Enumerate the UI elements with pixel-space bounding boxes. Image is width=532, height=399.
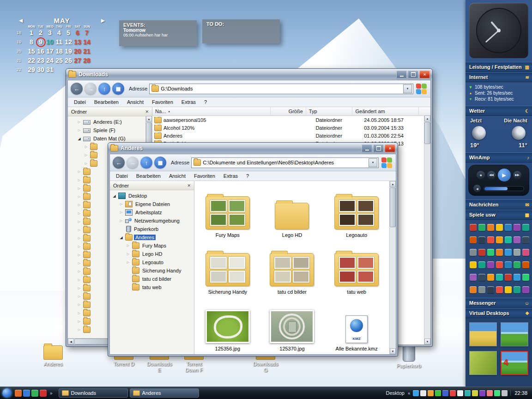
- scrollbar-thumb[interactable]: [390, 187, 396, 227]
- expander-icon[interactable]: ▷: [77, 295, 82, 298]
- game-icon[interactable]: [514, 261, 520, 268]
- menu-ansicht[interactable]: Ansicht: [165, 172, 190, 180]
- next-button[interactable]: ▶▶: [513, 171, 521, 179]
- calendar-day[interactable]: 28: [82, 57, 91, 64]
- game-icon[interactable]: [505, 261, 512, 268]
- menu-bearbeiten[interactable]: Bearbeiten: [90, 98, 123, 106]
- expander-icon[interactable]: ▷: [84, 145, 89, 149]
- tree-item-anderes-e[interactable]: ▷Anderes (E:): [68, 118, 145, 126]
- game-icon[interactable]: [522, 249, 529, 256]
- calendar-day[interactable]: 15: [27, 48, 36, 55]
- expander-icon[interactable]: ◢: [77, 137, 82, 141]
- game-icon[interactable]: [478, 286, 485, 293]
- section-weather[interactable]: Wetter ☾: [466, 106, 532, 116]
- tree-item-legoauto[interactable]: ▷Legoauto: [110, 258, 187, 266]
- window-anderes[interactable]: Anderes ✕ ← → ↑ ▦ Adresse C:\Dokumente u…: [108, 142, 398, 357]
- game-icon[interactable]: [522, 286, 529, 293]
- calendar-day[interactable]: 24: [45, 57, 54, 64]
- calendar-day[interactable]: 7: [82, 29, 91, 36]
- section-performance[interactable]: Leistung / Festplatten ▥: [466, 62, 532, 72]
- calendar-day[interactable]: 16: [36, 48, 45, 55]
- calendar-next-button[interactable]: ▶: [99, 18, 107, 24]
- mute-button[interactable]: ◀): [473, 185, 481, 192]
- column-header-typ[interactable]: Typ: [306, 107, 353, 115]
- menu-item[interactable]: ?: [200, 98, 211, 106]
- calendar-day[interactable]: 11: [54, 38, 64, 46]
- virtual-desktop-thumb[interactable]: 4: [501, 351, 528, 375]
- game-icon[interactable]: [514, 249, 520, 256]
- calendar-day[interactable]: 21: [82, 48, 91, 55]
- back-button[interactable]: ←: [71, 83, 83, 95]
- game-icon[interactable]: [505, 249, 512, 256]
- calendar-day[interactable]: 27: [73, 57, 82, 64]
- tray-icon[interactable]: [465, 390, 471, 396]
- game-icon[interactable]: [505, 224, 512, 231]
- calendar-day[interactable]: 14: [82, 38, 91, 46]
- expander-icon[interactable]: ▷: [119, 202, 124, 206]
- tree-item-desktop[interactable]: ◢Desktop: [110, 192, 187, 200]
- tree-item-lego-hd[interactable]: ▷Lego HD: [110, 250, 187, 258]
- game-icon[interactable]: [470, 236, 477, 243]
- virtual-desktop-thumb[interactable]: [469, 322, 497, 346]
- section-messenger[interactable]: Messenger ☺: [466, 298, 532, 308]
- tray-icon[interactable]: [494, 390, 500, 396]
- views-button[interactable]: ▦: [112, 83, 124, 95]
- close-pane-button[interactable]: ✕: [187, 183, 191, 188]
- tree-item-eigene-dateien[interactable]: ▷Eigene Dateien: [110, 200, 187, 208]
- calendar-prev-button[interactable]: ◀: [17, 18, 25, 24]
- desktop-toolbar-label[interactable]: Desktop: [386, 390, 405, 396]
- calendar-day[interactable]: 23: [36, 57, 45, 64]
- game-icon[interactable]: [478, 274, 485, 281]
- expander-icon[interactable]: ▷: [77, 303, 82, 307]
- task-button-downloads[interactable]: Downloads: [59, 388, 128, 398]
- quick-launch-icon[interactable]: [23, 390, 30, 397]
- expander-icon[interactable]: ▷: [77, 220, 82, 224]
- forward-button[interactable]: →: [85, 83, 97, 95]
- address-dropdown-button[interactable]: ▼: [369, 158, 377, 167]
- tree-item-anderes[interactable]: ◢Anderes: [110, 233, 187, 242]
- clock-widget[interactable]: [469, 3, 528, 58]
- game-icon[interactable]: [487, 274, 494, 281]
- scrollbar-thumb[interactable]: [424, 122, 430, 144]
- scroll-up-button[interactable]: ▲: [146, 116, 152, 122]
- views-button[interactable]: ▦: [154, 157, 166, 169]
- list-vertical-scrollbar[interactable]: ▲ ▼: [424, 115, 430, 345]
- calendar-day[interactable]: 31: [45, 66, 54, 73]
- expander-icon[interactable]: ▷: [77, 320, 82, 323]
- file-item-lego-hd[interactable]: Lego HD: [260, 183, 325, 238]
- menu-favoriten[interactable]: Favoriten: [148, 98, 177, 106]
- maximize-button[interactable]: [373, 145, 384, 152]
- menu-datei[interactable]: Datei: [112, 172, 132, 180]
- file-row-aawsepersonal105[interactable]: aawsepersonal105Dateiordner24.05.2005 18…: [152, 116, 430, 124]
- calendar-day[interactable]: 25: [54, 57, 64, 64]
- address-bar[interactable]: G:\Downloads ▼: [149, 84, 413, 94]
- game-icon[interactable]: [522, 224, 529, 231]
- tray-icon[interactable]: [502, 390, 508, 396]
- calendar-day[interactable]: 2: [36, 29, 45, 36]
- calendar-day[interactable]: 29: [27, 66, 36, 73]
- file-item-legoauto[interactable]: Legoauto: [324, 183, 389, 238]
- expander-icon[interactable]: ▷: [126, 260, 131, 264]
- game-icon[interactable]: [522, 261, 529, 268]
- scroll-down-button[interactable]: ▼: [390, 348, 396, 354]
- calendar-day[interactable]: 19: [64, 48, 73, 55]
- tree-item-netzwerkumgebung[interactable]: ▷Netzwerkumgebung: [110, 217, 187, 225]
- forward-button[interactable]: →: [127, 157, 139, 169]
- tray-icon[interactable]: [487, 390, 493, 396]
- tree-item-tatu-web[interactable]: tatu web: [110, 283, 187, 291]
- game-icon[interactable]: [496, 236, 503, 243]
- expander-icon[interactable]: ▷: [126, 252, 131, 256]
- minimize-button[interactable]: [362, 145, 372, 152]
- desktop[interactable]: ◀ MAY ▶ MONTUEWEDTHUFRISATSUN 1812345671…: [0, 0, 532, 399]
- expander-icon[interactable]: ▷: [77, 286, 82, 290]
- game-icon[interactable]: [487, 286, 494, 293]
- expander-icon[interactable]: ▷: [77, 328, 82, 332]
- tray-icon[interactable]: [420, 390, 426, 396]
- game-icon[interactable]: [478, 236, 485, 243]
- column-header-gr-e[interactable]: Größe: [271, 107, 306, 115]
- back-button[interactable]: ←: [113, 157, 125, 169]
- tree-item-daten-mat-g[interactable]: ◢Daten Mat (G): [68, 134, 145, 143]
- file-item-alle-bekannte-kmz[interactable]: KMZAlle Bekannte.kmz: [324, 296, 389, 351]
- menu-bearbeiten[interactable]: Bearbeiten: [132, 172, 165, 180]
- expander-icon[interactable]: ▷: [77, 253, 82, 257]
